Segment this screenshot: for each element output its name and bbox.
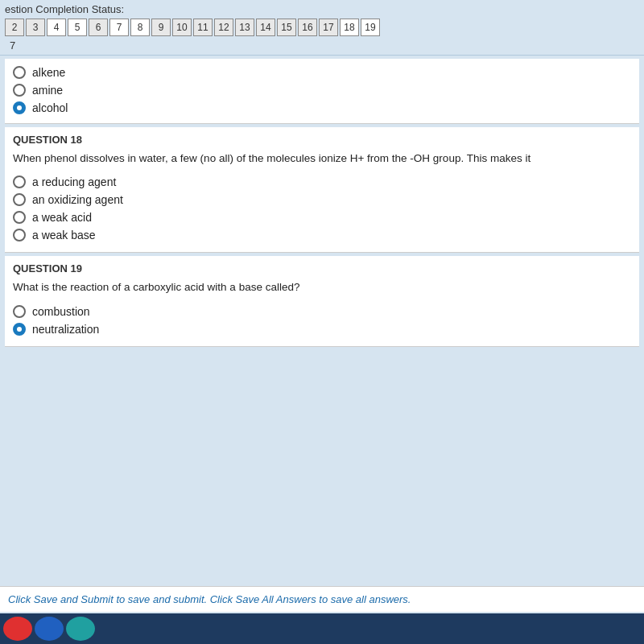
q18-option-3[interactable]: a weak base xyxy=(13,226,631,244)
nav-btn-13[interactable]: 13 xyxy=(235,19,254,36)
radio-circle xyxy=(13,101,26,114)
radio-label: neutralization xyxy=(32,323,99,336)
radio-label: an oxidizing agent xyxy=(32,193,123,206)
nav-btn-2[interactable]: 2 xyxy=(5,19,24,36)
main-container: estion Completion Status: 23456789101112… xyxy=(0,0,644,644)
content-area: alkeneaminealcohol QUESTION 18 When phen… xyxy=(0,59,644,347)
nav-btn-18[interactable]: 18 xyxy=(340,19,359,36)
footer-text: Click Save and Submit to save and submit… xyxy=(8,593,636,605)
taskbar-btn-red[interactable] xyxy=(3,617,32,641)
radio-label: a weak acid xyxy=(32,211,92,224)
radio-circle xyxy=(13,323,26,336)
radio-circle xyxy=(13,193,26,206)
nav-btn-11[interactable]: 11 xyxy=(193,19,213,36)
radio-label: a reducing agent xyxy=(32,175,116,188)
radio-label: combustion xyxy=(32,305,90,318)
nav-btn-4[interactable]: 4 xyxy=(47,19,66,36)
radio-circle xyxy=(13,84,26,97)
q17-option-1[interactable]: amine xyxy=(13,81,631,99)
q19-option-1[interactable]: neutralization xyxy=(13,320,631,338)
nav-btn-19[interactable]: 19 xyxy=(361,19,380,36)
radio-circle xyxy=(13,305,26,318)
radio-label: amine xyxy=(32,84,63,97)
radio-label: alkene xyxy=(32,66,65,79)
nav-btn-15[interactable]: 15 xyxy=(277,19,296,36)
radio-circle xyxy=(13,229,26,242)
radio-circle xyxy=(13,211,26,224)
nav-btn-12[interactable]: 12 xyxy=(214,19,233,36)
question-19-label: QUESTION 19 xyxy=(13,262,631,275)
question-nav: 2345678910111213141516171819 xyxy=(5,19,639,36)
question-19-options: combustionneutralization xyxy=(13,303,631,338)
nav-btn-8[interactable]: 8 xyxy=(130,19,150,36)
radio-label: alcohol xyxy=(32,101,68,114)
q17-option-0[interactable]: alkene xyxy=(13,64,631,81)
q18-option-0[interactable]: a reducing agent xyxy=(13,173,631,191)
completion-status-label: estion Completion Status: xyxy=(5,3,639,15)
q17-option-2[interactable]: alcohol xyxy=(13,99,631,117)
question-18-text: When phenol dissolves in water, a few (n… xyxy=(13,151,631,167)
question-19-block: QUESTION 19 What is the reaction of a ca… xyxy=(5,256,639,346)
q19-option-0[interactable]: combustion xyxy=(13,303,631,320)
question-18-label: QUESTION 18 xyxy=(13,134,631,146)
question-19-text: What is the reaction of a carboxylic aci… xyxy=(13,279,631,295)
nav-btn-5[interactable]: 5 xyxy=(68,19,87,36)
q18-option-1[interactable]: an oxidizing agent xyxy=(13,191,631,208)
radio-circle xyxy=(13,175,26,188)
taskbar xyxy=(0,613,644,644)
nav-btn-10[interactable]: 10 xyxy=(172,19,192,36)
nav-btn-9[interactable]: 9 xyxy=(151,19,171,36)
radio-label: a weak base xyxy=(32,229,96,242)
taskbar-btn-blue[interactable] xyxy=(35,617,64,641)
q18-option-2[interactable]: a weak acid xyxy=(13,208,631,226)
current-question-indicator: 7 xyxy=(5,38,639,53)
nav-btn-7[interactable]: 7 xyxy=(109,19,129,36)
question-17-tail: alkeneaminealcohol xyxy=(5,59,639,124)
nav-btn-17[interactable]: 17 xyxy=(319,19,338,36)
taskbar-btn-teal[interactable] xyxy=(66,617,95,641)
question-18-options: a reducing agentan oxidizing agenta weak… xyxy=(13,173,631,244)
question-18-block: QUESTION 18 When phenol dissolves in wat… xyxy=(5,127,639,253)
top-bar: estion Completion Status: 23456789101112… xyxy=(0,0,644,56)
footer-bar: Click Save and Submit to save and submit… xyxy=(0,586,644,612)
nav-btn-6[interactable]: 6 xyxy=(89,19,108,36)
nav-btn-16[interactable]: 16 xyxy=(298,19,317,36)
nav-btn-3[interactable]: 3 xyxy=(26,19,45,36)
nav-btn-14[interactable]: 14 xyxy=(256,19,275,36)
radio-circle xyxy=(13,66,26,79)
